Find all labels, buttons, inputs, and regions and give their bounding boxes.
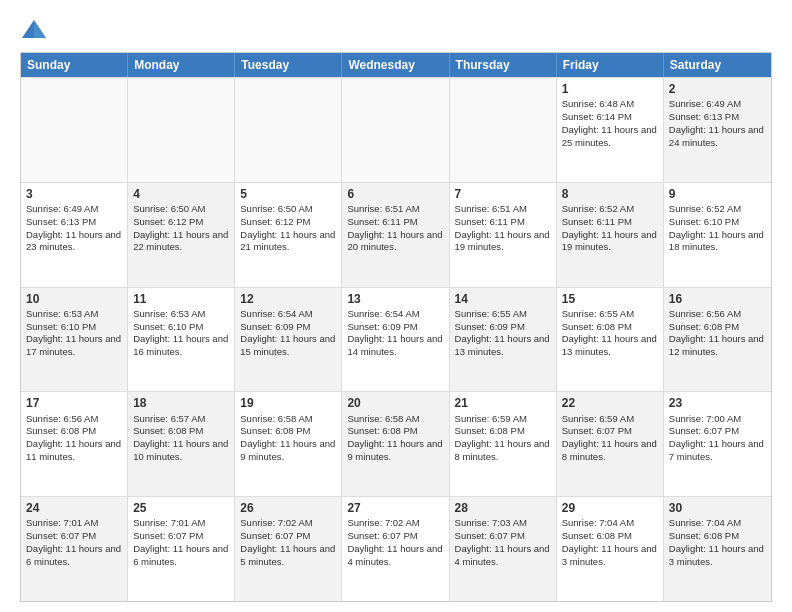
calendar-cell-9: 9Sunrise: 6:52 AM Sunset: 6:10 PM Daylig… (664, 183, 771, 287)
calendar-row-2: 3Sunrise: 6:49 AM Sunset: 6:13 PM Daylig… (21, 182, 771, 287)
day-number: 25 (133, 500, 229, 516)
day-number: 22 (562, 395, 658, 411)
day-info: Sunrise: 7:00 AM Sunset: 6:07 PM Dayligh… (669, 413, 767, 462)
day-info: Sunrise: 6:51 AM Sunset: 6:11 PM Dayligh… (455, 203, 553, 252)
header-day-wednesday: Wednesday (342, 53, 449, 77)
calendar-body: 1Sunrise: 6:48 AM Sunset: 6:14 PM Daylig… (21, 77, 771, 601)
day-info: Sunrise: 7:02 AM Sunset: 6:07 PM Dayligh… (347, 517, 445, 566)
header-day-thursday: Thursday (450, 53, 557, 77)
calendar-cell-10: 10Sunrise: 6:53 AM Sunset: 6:10 PM Dayli… (21, 288, 128, 392)
day-number: 11 (133, 291, 229, 307)
day-number: 14 (455, 291, 551, 307)
day-number: 30 (669, 500, 766, 516)
calendar-cell-4: 4Sunrise: 6:50 AM Sunset: 6:12 PM Daylig… (128, 183, 235, 287)
calendar-row-3: 10Sunrise: 6:53 AM Sunset: 6:10 PM Dayli… (21, 287, 771, 392)
calendar-cell-3: 3Sunrise: 6:49 AM Sunset: 6:13 PM Daylig… (21, 183, 128, 287)
day-info: Sunrise: 6:55 AM Sunset: 6:09 PM Dayligh… (455, 308, 553, 357)
day-number: 10 (26, 291, 122, 307)
calendar-cell-22: 22Sunrise: 6:59 AM Sunset: 6:07 PM Dayli… (557, 392, 664, 496)
calendar-cell-28: 28Sunrise: 7:03 AM Sunset: 6:07 PM Dayli… (450, 497, 557, 601)
svg-marker-1 (34, 20, 46, 38)
day-info: Sunrise: 7:04 AM Sunset: 6:08 PM Dayligh… (669, 517, 767, 566)
calendar-cell-empty (450, 78, 557, 182)
day-number: 6 (347, 186, 443, 202)
calendar-row-5: 24Sunrise: 7:01 AM Sunset: 6:07 PM Dayli… (21, 496, 771, 601)
calendar-cell-5: 5Sunrise: 6:50 AM Sunset: 6:12 PM Daylig… (235, 183, 342, 287)
calendar-cell-empty (21, 78, 128, 182)
calendar-cell-2: 2Sunrise: 6:49 AM Sunset: 6:13 PM Daylig… (664, 78, 771, 182)
calendar-cell-14: 14Sunrise: 6:55 AM Sunset: 6:09 PM Dayli… (450, 288, 557, 392)
day-info: Sunrise: 6:58 AM Sunset: 6:08 PM Dayligh… (347, 413, 445, 462)
calendar-cell-26: 26Sunrise: 7:02 AM Sunset: 6:07 PM Dayli… (235, 497, 342, 601)
day-info: Sunrise: 6:56 AM Sunset: 6:08 PM Dayligh… (26, 413, 124, 462)
day-number: 17 (26, 395, 122, 411)
day-info: Sunrise: 6:57 AM Sunset: 6:08 PM Dayligh… (133, 413, 231, 462)
calendar: SundayMondayTuesdayWednesdayThursdayFrid… (20, 52, 772, 602)
calendar-cell-12: 12Sunrise: 6:54 AM Sunset: 6:09 PM Dayli… (235, 288, 342, 392)
calendar-cell-15: 15Sunrise: 6:55 AM Sunset: 6:08 PM Dayli… (557, 288, 664, 392)
calendar-cell-17: 17Sunrise: 6:56 AM Sunset: 6:08 PM Dayli… (21, 392, 128, 496)
day-info: Sunrise: 6:56 AM Sunset: 6:08 PM Dayligh… (669, 308, 767, 357)
day-number: 20 (347, 395, 443, 411)
calendar-header: SundayMondayTuesdayWednesdayThursdayFrid… (21, 53, 771, 77)
day-info: Sunrise: 6:50 AM Sunset: 6:12 PM Dayligh… (240, 203, 338, 252)
calendar-cell-24: 24Sunrise: 7:01 AM Sunset: 6:07 PM Dayli… (21, 497, 128, 601)
day-info: Sunrise: 6:59 AM Sunset: 6:08 PM Dayligh… (455, 413, 553, 462)
calendar-cell-13: 13Sunrise: 6:54 AM Sunset: 6:09 PM Dayli… (342, 288, 449, 392)
header-day-monday: Monday (128, 53, 235, 77)
day-number: 8 (562, 186, 658, 202)
calendar-cell-16: 16Sunrise: 6:56 AM Sunset: 6:08 PM Dayli… (664, 288, 771, 392)
day-info: Sunrise: 6:52 AM Sunset: 6:11 PM Dayligh… (562, 203, 660, 252)
day-info: Sunrise: 7:01 AM Sunset: 6:07 PM Dayligh… (133, 517, 231, 566)
calendar-cell-18: 18Sunrise: 6:57 AM Sunset: 6:08 PM Dayli… (128, 392, 235, 496)
day-info: Sunrise: 6:55 AM Sunset: 6:08 PM Dayligh… (562, 308, 660, 357)
day-number: 15 (562, 291, 658, 307)
day-number: 1 (562, 81, 658, 97)
page: SundayMondayTuesdayWednesdayThursdayFrid… (0, 0, 792, 612)
day-number: 4 (133, 186, 229, 202)
day-info: Sunrise: 6:59 AM Sunset: 6:07 PM Dayligh… (562, 413, 660, 462)
calendar-cell-20: 20Sunrise: 6:58 AM Sunset: 6:08 PM Dayli… (342, 392, 449, 496)
calendar-cell-7: 7Sunrise: 6:51 AM Sunset: 6:11 PM Daylig… (450, 183, 557, 287)
day-number: 7 (455, 186, 551, 202)
day-info: Sunrise: 6:48 AM Sunset: 6:14 PM Dayligh… (562, 98, 660, 147)
day-number: 9 (669, 186, 766, 202)
day-number: 13 (347, 291, 443, 307)
day-number: 3 (26, 186, 122, 202)
calendar-cell-21: 21Sunrise: 6:59 AM Sunset: 6:08 PM Dayli… (450, 392, 557, 496)
day-info: Sunrise: 6:50 AM Sunset: 6:12 PM Dayligh… (133, 203, 231, 252)
calendar-cell-empty (342, 78, 449, 182)
calendar-cell-30: 30Sunrise: 7:04 AM Sunset: 6:08 PM Dayli… (664, 497, 771, 601)
day-info: Sunrise: 6:49 AM Sunset: 6:13 PM Dayligh… (669, 98, 767, 147)
calendar-cell-6: 6Sunrise: 6:51 AM Sunset: 6:11 PM Daylig… (342, 183, 449, 287)
calendar-cell-empty (235, 78, 342, 182)
calendar-row-4: 17Sunrise: 6:56 AM Sunset: 6:08 PM Dayli… (21, 391, 771, 496)
header-day-saturday: Saturday (664, 53, 771, 77)
calendar-cell-25: 25Sunrise: 7:01 AM Sunset: 6:07 PM Dayli… (128, 497, 235, 601)
day-info: Sunrise: 6:51 AM Sunset: 6:11 PM Dayligh… (347, 203, 445, 252)
calendar-row-1: 1Sunrise: 6:48 AM Sunset: 6:14 PM Daylig… (21, 77, 771, 182)
day-info: Sunrise: 6:54 AM Sunset: 6:09 PM Dayligh… (347, 308, 445, 357)
calendar-cell-empty (128, 78, 235, 182)
logo-icon (20, 16, 48, 44)
day-number: 24 (26, 500, 122, 516)
day-number: 2 (669, 81, 766, 97)
day-number: 26 (240, 500, 336, 516)
day-info: Sunrise: 6:58 AM Sunset: 6:08 PM Dayligh… (240, 413, 338, 462)
day-number: 27 (347, 500, 443, 516)
day-info: Sunrise: 6:53 AM Sunset: 6:10 PM Dayligh… (133, 308, 231, 357)
day-number: 16 (669, 291, 766, 307)
calendar-cell-11: 11Sunrise: 6:53 AM Sunset: 6:10 PM Dayli… (128, 288, 235, 392)
header-day-sunday: Sunday (21, 53, 128, 77)
day-number: 12 (240, 291, 336, 307)
day-number: 18 (133, 395, 229, 411)
day-number: 5 (240, 186, 336, 202)
header-day-tuesday: Tuesday (235, 53, 342, 77)
day-info: Sunrise: 7:04 AM Sunset: 6:08 PM Dayligh… (562, 517, 660, 566)
header (20, 16, 772, 44)
calendar-cell-1: 1Sunrise: 6:48 AM Sunset: 6:14 PM Daylig… (557, 78, 664, 182)
day-info: Sunrise: 7:01 AM Sunset: 6:07 PM Dayligh… (26, 517, 124, 566)
calendar-cell-19: 19Sunrise: 6:58 AM Sunset: 6:08 PM Dayli… (235, 392, 342, 496)
header-day-friday: Friday (557, 53, 664, 77)
calendar-cell-8: 8Sunrise: 6:52 AM Sunset: 6:11 PM Daylig… (557, 183, 664, 287)
